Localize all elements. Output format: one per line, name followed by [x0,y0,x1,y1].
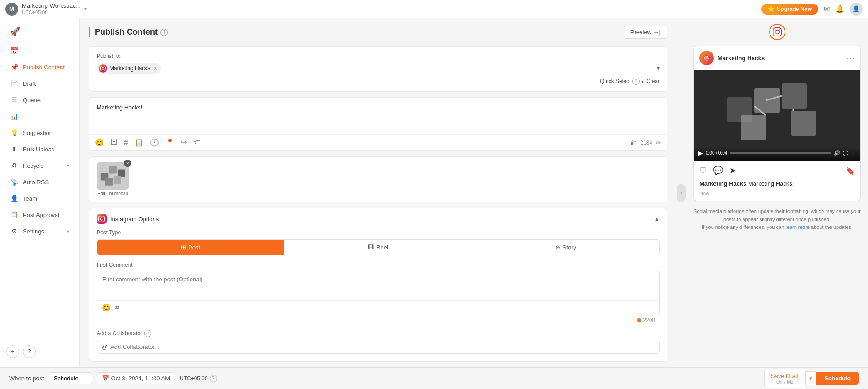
analytics-icon: 📊 [10,113,18,120]
comment-hashtag-icon[interactable]: # [115,304,119,312]
learn-more-link[interactable]: learn more [785,224,810,230]
svg-rect-17 [791,111,816,136]
quick-select-help-icon[interactable]: ? [632,78,640,85]
emoji-icon[interactable]: 😊 [95,138,104,147]
account-chip-remove-icon[interactable]: ✕ [153,66,157,72]
sidebar-item-draft-label: Draft [23,80,36,87]
sidebar-item-settings-label: Settings [23,228,44,235]
notifications-icon[interactable]: 🔔 [835,5,844,13]
text-toolbar: 😊 🖼 # 📋 🕐 📍 ↪ 🏷 🗑 2184 [89,134,667,150]
like-icon[interactable]: ♡ [699,166,707,176]
sidebar-item-post-approval[interactable]: 📋 Post Approval [3,207,77,223]
first-comment-textarea[interactable] [97,271,659,299]
schedule-select[interactable]: Schedule Now Draft [49,372,92,384]
image-icon[interactable]: 🖼 [110,139,118,147]
save-draft-button[interactable]: Save Draft Only Me [764,369,805,388]
svg-rect-18 [741,115,766,140]
messages-icon[interactable]: ✉ [824,5,830,13]
preview-actions: ♡ 💬 ➤ 🔖 [694,161,860,180]
publish-to-tags: Marketing Hacks ✕ [97,63,161,74]
redo-icon[interactable]: ↪ [181,138,187,147]
post-type-post-button[interactable]: ⊞ Post [97,240,284,255]
delete-icon[interactable]: 🗑 [630,139,636,146]
sidebar-item-publish-label: Publish Content [23,64,65,71]
preview-more-icon[interactable]: ⋯ [847,53,855,63]
clipboard-icon[interactable]: 📋 [134,138,144,147]
tag-icon[interactable]: 🏷 [193,139,201,147]
sidebar-item-recycle[interactable]: ♻ Recycle ▾ [3,158,77,173]
comment-icon[interactable]: 💬 [713,166,723,176]
comment-emoji-icon[interactable]: 😊 [102,303,111,312]
collaborator-input[interactable] [110,343,655,350]
clock-icon[interactable]: 🕐 [150,138,159,147]
sidebar-item-bulk-upload-label: Bulk Upload [23,146,55,153]
quick-select-chevron-icon: ▾ [641,79,644,84]
hashtag-icon[interactable]: # [124,139,128,147]
post-type-story-button[interactable]: ⊕ Story [472,240,659,255]
at-icon: @ [102,343,108,350]
svg-point-9 [100,218,103,220]
help-button[interactable]: ? [23,345,36,358]
sidebar-item-team[interactable]: 👤 Team [3,191,77,206]
publish-to-card: Publish to Marketing Hacks ✕ ▾ [89,46,667,92]
char-count: 2184 [640,140,652,146]
quick-select-label[interactable]: Quick Select ? ▾ [600,78,644,85]
edit-icon[interactable]: ✏ [656,139,661,146]
svg-rect-5 [118,169,125,177]
sidebar-item-post-approval-label: Post Approval [23,212,59,218]
post-type-story-icon: ⊕ [555,244,560,251]
post-type-reel-button[interactable]: 🎞 Reel [284,240,472,255]
publish-to-expand-button[interactable]: ▾ [657,65,660,72]
first-comment-toolbar: 😊 # [97,300,659,315]
thumbnail-item: ✕ Edit Thumbnail [97,162,129,196]
timezone-help-icon[interactable]: ? [210,375,217,382]
thumbnail-remove-button[interactable]: ✕ [124,160,131,167]
preview-button[interactable]: Preview →| [624,26,667,39]
save-draft-dropdown-button[interactable]: ▾ [805,371,816,385]
clear-button[interactable]: Clear [646,78,660,84]
sidebar-item-auto-rss[interactable]: 📡 Auto RSS [3,174,77,190]
user-avatar[interactable]: 👤 [850,3,863,16]
sidebar-item-settings[interactable]: ⚙ Settings ▾ [3,223,77,239]
upgrade-button[interactable]: ⭐ Upgrade Now [761,4,818,15]
instagram-options-header[interactable]: Instagram Options ▲ [89,208,667,229]
account-chip-name: Marketing Hacks [109,65,150,72]
date-picker-button[interactable]: 📅 Oct 8, 2024, 11:30 AM [97,372,175,384]
ig-options-collapse-icon[interactable]: ▲ [654,216,660,223]
sidebar-item-calendar[interactable]: 📅 [3,43,77,58]
nav-item-logo[interactable]: 🚀 [3,22,77,41]
thumbnail-label[interactable]: Edit Thumbnail [97,191,129,196]
instagram-options-card: Instagram Options ▲ Post Type ⊞ Post 🎞 R… [89,208,667,362]
post-type-post-icon: ⊞ [181,244,186,251]
preview-video: ▶ 0:00 / 0:04 🔊 ⛶ ⋮ [694,70,860,161]
bookmark-icon[interactable]: 🔖 [846,166,855,175]
when-to-post-row: When to post Schedule Now Draft 📅 Oct 8,… [9,372,217,384]
instagram-tab-icon[interactable] [769,24,785,40]
add-button[interactable]: + [6,345,19,358]
sidebar-item-bulk-upload[interactable]: ⬆ Bulk Upload [3,141,77,157]
first-comment-box: 😊 # [97,271,660,315]
post-type-label: Post Type [97,229,660,236]
svg-point-13 [779,29,780,31]
schedule-button[interactable]: Schedule [816,372,859,385]
svg-rect-0 [101,66,106,71]
sidebar-item-queue[interactable]: ☰ Queue [3,92,77,108]
workspace-chevron-icon[interactable]: ▾ [84,6,87,11]
sidebar: 🚀 📅 📌 Publish Content 📄 Draft ☰ Queue 📊 … [0,18,80,367]
recycle-chevron-icon: ▾ [67,163,69,168]
preview-caption-username: Marketing Hacks [699,180,746,187]
location-icon[interactable]: 📍 [165,138,175,147]
sidebar-item-suggestion[interactable]: 💡 Suggestion [3,125,77,140]
collaborator-help-icon[interactable]: ? [144,330,151,337]
sidebar-item-publish[interactable]: 📌 Publish Content [3,59,77,75]
content-textarea[interactable]: Marketing Hacks! [89,98,667,134]
editor-help-icon[interactable]: ? [160,29,168,36]
first-comment-label: First Comment [97,262,660,268]
share-icon[interactable]: ➤ [729,166,736,176]
sidebar-item-draft[interactable]: 📄 Draft [3,76,77,91]
svg-rect-16 [782,83,807,109]
calendar-icon: 📅 [102,375,109,382]
sidebar-item-analytics[interactable]: 📊 [3,109,77,124]
app-logo-icon: 🚀 [10,26,20,36]
collapse-handle-btn[interactable]: ‹ [677,18,686,367]
